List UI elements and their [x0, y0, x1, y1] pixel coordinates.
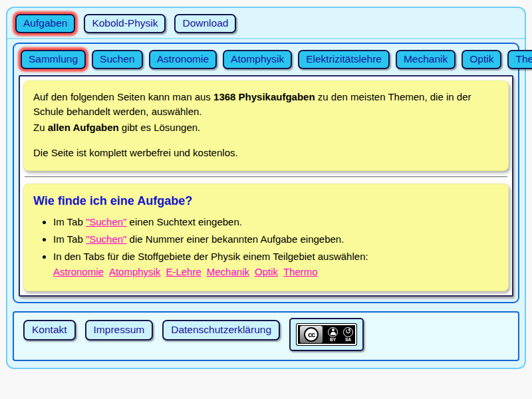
license-button[interactable]: cc BY ↺ SA	[289, 318, 364, 351]
cc-logo-background: cc	[300, 326, 323, 343]
howto-item2-post: die Nummer einer bekannten Aufgabe einge…	[126, 233, 344, 245]
cc-by-column: BY	[328, 327, 338, 342]
topic-link[interactable]: E-Lehre	[166, 266, 201, 277]
task-count: 1368 Physikaufgaben	[213, 91, 315, 102]
sub-nav-tab[interactable]: Astronomie	[149, 50, 217, 69]
topic-link[interactable]: Astronomie	[53, 266, 104, 277]
intro-line2-pre: Zu	[33, 122, 48, 133]
footer-button[interactable]: Kontakt	[23, 320, 76, 340]
howto-panel: Wie finde ich eine Aufgabe? Im Tab "Such…	[23, 184, 509, 291]
sub-nav-tab[interactable]: Atomphysik	[223, 50, 292, 69]
intro-line-1: Auf den folgenden Seiten kann man aus 13…	[33, 90, 499, 119]
sub-nav: Sammlung Suchen Astronomie Atomphysik El…	[19, 50, 513, 75]
main-box: Sammlung Suchen Astronomie Atomphysik El…	[13, 43, 519, 303]
sub-nav-tab[interactable]: Sammlung	[21, 50, 86, 69]
suchen-link-1[interactable]: "Suchen"	[86, 216, 127, 227]
sub-nav-tab[interactable]: Optik	[462, 50, 501, 69]
footer: KontaktImpressumDatenschutzerklärung cc …	[13, 311, 519, 361]
intro-line2-post: gibt es Lösungen.	[119, 122, 201, 133]
top-nav: Aufgaben Kobold-Physik Download	[7, 8, 525, 39]
howto-item-search-text: Im Tab "Suchen" einen Suchtext eingeben.	[53, 215, 499, 229]
topic-link[interactable]: Atomphysik	[109, 266, 161, 277]
footer-buttons: KontaktImpressumDatenschutzerklärung	[23, 320, 280, 340]
howto-item-search-number: Im Tab "Suchen" die Nummer einer bekannt…	[53, 232, 499, 247]
footer-button[interactable]: Impressum	[85, 320, 154, 340]
topic-link[interactable]: Thermo	[283, 266, 318, 277]
howto-item2-pre: Im Tab	[53, 233, 86, 245]
content-box: Auf den folgenden Seiten kann man aus 13…	[19, 75, 513, 297]
attribution-person-icon	[328, 327, 338, 337]
howto-item3-text: In den Tabs für die Stoffgebiete der Phy…	[53, 251, 368, 262]
topic-link[interactable]: Optik	[255, 266, 278, 277]
panel-divider	[25, 176, 507, 178]
intro-line-3: Die Seite ist komplett werbefrei und kos…	[33, 146, 499, 160]
suchen-link-2[interactable]: "Suchen"	[86, 233, 127, 245]
cc-icon: cc	[304, 327, 319, 342]
howto-item1-post: einen Suchtext eingeben.	[126, 216, 241, 227]
cc-sa-column: ↺ SA	[343, 327, 353, 342]
share-alike-arrow-icon: ↺	[343, 327, 353, 337]
howto-item-topics: In den Tabs für die Stoffgebiete der Phy…	[53, 249, 499, 280]
topic-links: AstronomieAtomphysikE-LehreMechanikOptik…	[53, 265, 499, 279]
howto-item1-pre: Im Tab	[53, 216, 86, 227]
page-container: Aufgaben Kobold-Physik Download Sammlung…	[6, 7, 526, 369]
sub-nav-tab[interactable]: Elektrizitätslehre	[298, 50, 390, 69]
top-nav-tab[interactable]: Aufgaben	[15, 14, 75, 33]
sa-label: SA	[345, 338, 351, 342]
sub-nav-tab[interactable]: Mechanik	[396, 50, 456, 69]
by-label: BY	[330, 338, 336, 342]
sub-nav-tab[interactable]: Thermodynamik	[507, 50, 532, 69]
topic-link[interactable]: Mechanik	[207, 266, 249, 277]
footer-button[interactable]: Datenschutzerklärung	[162, 320, 280, 340]
intro-panel: Auf den folgenden Seiten kann man aus 13…	[23, 80, 509, 171]
howto-list: Im Tab "Suchen" einen Suchtext eingeben.…	[33, 215, 499, 279]
top-nav-tab[interactable]: Download	[174, 14, 236, 33]
intro-line1-pre: Auf den folgenden Seiten kann man aus	[33, 91, 213, 102]
intro-line-2: Zu allen Aufgaben gibt es Lösungen.	[33, 120, 499, 135]
top-nav-tab[interactable]: Kobold-Physik	[84, 14, 166, 33]
howto-title: Wie finde ich eine Aufgabe?	[33, 194, 499, 208]
intro-line2-bold: allen Aufgaben	[48, 122, 119, 133]
cc-by-sa-badge: cc BY ↺ SA	[296, 323, 357, 346]
sub-nav-tab[interactable]: Suchen	[92, 50, 143, 69]
